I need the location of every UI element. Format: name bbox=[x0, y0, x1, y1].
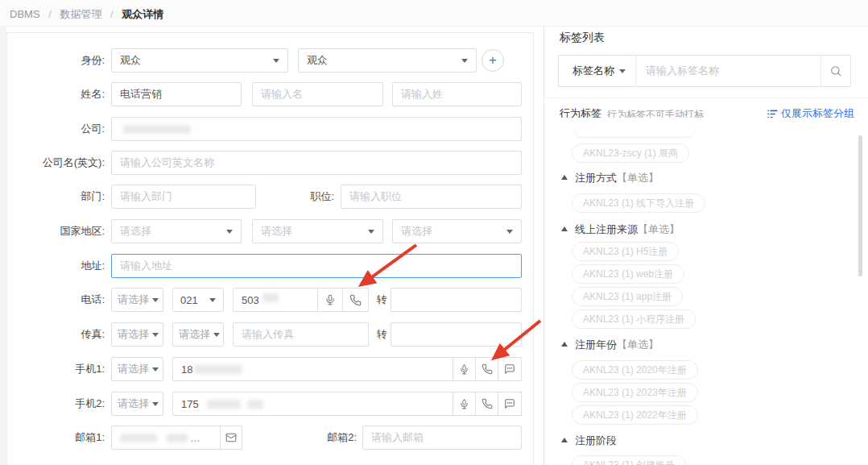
tag-pill[interactable]: AKNL23 (1) 2023年注册 bbox=[572, 383, 698, 402]
mobile2-sms-button[interactable] bbox=[498, 392, 522, 416]
address-input[interactable]: 请输入地址 bbox=[111, 254, 522, 278]
collapse-caret-icon[interactable] bbox=[561, 438, 568, 442]
mobile2-label: 手机2: bbox=[6, 392, 105, 416]
identity-select-1[interactable]: 观众 bbox=[111, 48, 288, 73]
tag-search-field-select[interactable]: 标签名称 bbox=[559, 64, 635, 78]
audience-detail-page: DBMS / 数据管理 / 观众详情 身份: 观众 观众 + 姓名: 电话营销 … bbox=[0, 0, 868, 465]
identity-select-1-value: 观众 bbox=[120, 53, 141, 68]
tag-pill[interactable]: AKNL23 (1) 创建账号 bbox=[572, 455, 686, 465]
add-identity-button[interactable]: + bbox=[482, 49, 504, 72]
mobile1-number-input[interactable]: 18 bbox=[172, 357, 453, 381]
tag-search-placeholder: 请输入标签名称 bbox=[646, 64, 719, 77]
company-en-placeholder: 请输入公司英文名称 bbox=[120, 156, 214, 170]
province-select[interactable]: 请选择 bbox=[252, 219, 383, 243]
city-select[interactable]: 请选择 bbox=[392, 219, 522, 243]
chevron-down-icon bbox=[506, 230, 513, 234]
fax-country-select[interactable]: 请选择 bbox=[111, 322, 163, 347]
mobile1-sms-button[interactable] bbox=[498, 357, 522, 381]
collapse-caret-icon[interactable] bbox=[561, 175, 568, 180]
redacted-email1-value bbox=[120, 434, 157, 442]
name-input[interactable]: 电话营销 bbox=[111, 82, 242, 106]
fax-ext-input[interactable] bbox=[391, 322, 522, 347]
tag-pill[interactable]: AKNL23 (1) app注册 bbox=[572, 287, 683, 306]
address-label: 地址: bbox=[6, 254, 105, 278]
identity-label: 身份: bbox=[6, 48, 105, 73]
phone-call-button[interactable] bbox=[342, 288, 369, 312]
breadcrumb-separator: / bbox=[110, 8, 114, 20]
mobile1-voice-button[interactable] bbox=[453, 357, 476, 381]
phone-voice-button[interactable] bbox=[317, 288, 343, 312]
phone-area-select[interactable]: 021 bbox=[172, 288, 224, 312]
breadcrumb-current-page: 观众详情 bbox=[122, 8, 163, 20]
collapse-caret-icon[interactable] bbox=[561, 342, 568, 347]
tag-group-header: 注册年份【单选】 bbox=[575, 338, 659, 352]
tag-group-name: 线上注册来源 bbox=[575, 223, 638, 235]
tag-group-name: 注册年份 bbox=[575, 338, 617, 351]
chevron-down-icon bbox=[368, 230, 374, 234]
breadcrumb-data-management[interactable]: 数据管理 bbox=[60, 8, 101, 20]
breadcrumb-dbms[interactable]: DBMS bbox=[10, 8, 40, 20]
phone-country-select[interactable]: 请选择 bbox=[111, 288, 163, 312]
tag-pill[interactable]: AKNL23 (1) 2020年注册 bbox=[572, 360, 698, 380]
microphone-icon bbox=[459, 399, 469, 409]
tag-pill[interactable]: AKNL23-zscy (1) 展商 bbox=[572, 143, 689, 163]
tag-pill[interactable]: AKNL23 (1) 2022年注册 bbox=[572, 405, 698, 425]
chevron-down-icon bbox=[152, 367, 159, 372]
chevron-down-icon bbox=[226, 230, 233, 234]
mobile1-call-button[interactable] bbox=[475, 357, 498, 381]
company-en-input[interactable]: 请输入公司英文名称 bbox=[111, 151, 522, 175]
position-input[interactable]: 请输入职位 bbox=[341, 185, 522, 209]
tag-pill[interactable]: AKNL23 (1) web注册 bbox=[572, 264, 684, 284]
last-name-input[interactable]: 请输入姓 bbox=[392, 82, 522, 106]
email2-placeholder: 请输入邮箱 bbox=[371, 430, 424, 445]
position-placeholder: 请输入职位 bbox=[349, 189, 402, 204]
message-icon bbox=[504, 363, 515, 375]
tag-pill[interactable]: AKNL23 (1) 线下导入注册 bbox=[572, 193, 705, 213]
first-name-input[interactable]: 请输入名 bbox=[252, 82, 383, 106]
company-label: 公司: bbox=[6, 117, 105, 141]
region-label: 国家地区: bbox=[6, 219, 105, 243]
tag-list-title: 标签列表 bbox=[560, 31, 605, 45]
phone-number-input[interactable]: 503 bbox=[233, 288, 318, 312]
breadcrumb: DBMS / 数据管理 / 观众详情 bbox=[10, 7, 163, 22]
department-label: 部门: bbox=[6, 185, 105, 209]
chevron-down-icon bbox=[152, 402, 159, 406]
mobile1-country-placeholder: 请选择 bbox=[118, 362, 149, 376]
email1-label: 邮箱1: bbox=[6, 426, 105, 450]
company-input[interactable] bbox=[111, 117, 522, 141]
tag-pill[interactable]: AKNL23 (1) 小程序注册 bbox=[572, 309, 696, 329]
chevron-down-icon bbox=[152, 333, 159, 337]
country-select[interactable]: 请选择 bbox=[111, 219, 242, 243]
phone-ext-input[interactable] bbox=[391, 288, 522, 312]
name-value: 电话营销 bbox=[120, 87, 162, 102]
mobile1-country-select[interactable]: 请选择 bbox=[111, 357, 163, 381]
phone-label: 电话: bbox=[6, 288, 105, 312]
scrollbar-thumb[interactable] bbox=[858, 135, 862, 276]
tag-search-button[interactable] bbox=[820, 56, 850, 87]
department-input[interactable]: 请输入部门 bbox=[111, 185, 256, 209]
mobile2-country-select[interactable]: 请选择 bbox=[111, 392, 163, 416]
tag-group-name: 注册方式 bbox=[575, 172, 617, 184]
fax-number-input[interactable]: 请输入传真 bbox=[233, 322, 369, 347]
chevron-down-icon bbox=[152, 298, 159, 302]
phone-area-value: 021 bbox=[180, 294, 198, 306]
email1-send-button[interactable] bbox=[220, 426, 242, 450]
mobile1-number-value: 18 bbox=[181, 363, 192, 376]
mobile2-number-input[interactable]: 175 bbox=[172, 392, 453, 416]
first-name-placeholder: 请输入名 bbox=[261, 87, 303, 102]
tag-group-name: 注册阶段 bbox=[575, 434, 617, 446]
search-icon bbox=[829, 64, 842, 77]
collapse-caret-icon[interactable] bbox=[561, 226, 568, 231]
identity-select-2[interactable]: 观众 bbox=[298, 48, 477, 73]
mobile2-call-button[interactable] bbox=[475, 392, 498, 416]
tag-pill[interactable]: AKNL23 (1) H5注册 bbox=[572, 242, 679, 261]
tag-search-input[interactable]: 请输入标签名称 bbox=[636, 64, 820, 78]
identity-select-2-value: 观众 bbox=[307, 53, 328, 68]
fax-area-select[interactable]: 请选择 bbox=[172, 322, 224, 347]
email2-input[interactable]: 请输入邮箱 bbox=[362, 426, 522, 450]
redacted-mobile2-digits bbox=[207, 400, 241, 409]
mobile2-voice-button[interactable] bbox=[453, 392, 476, 416]
phone-icon bbox=[482, 398, 493, 409]
email1-input[interactable]: … bbox=[111, 426, 221, 450]
fax-ext-label: 转 bbox=[371, 322, 392, 347]
